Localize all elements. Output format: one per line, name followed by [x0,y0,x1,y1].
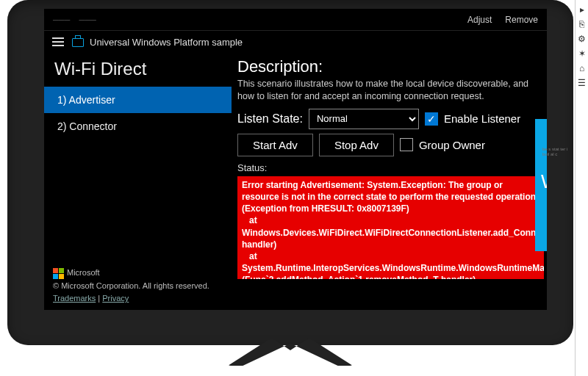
side-note-text: be s stat ter i buil al c [542,147,572,157]
titlebar: Universal Windows Platform sample [44,31,547,53]
trademarks-link[interactable]: Trademarks [53,294,96,303]
gutter-icon[interactable]: ⌂ [576,63,588,73]
content-pane: Description: This scenario illustrates h… [232,53,547,310]
enable-listener-label: Enable Listener [444,112,520,125]
sidebar: Wi-Fi Direct 1) Advertiser 2) Connector … [44,53,232,310]
stop-adv-button[interactable]: Stop Adv [319,134,394,156]
topbar-left: ────── [53,15,96,24]
gutter-icon[interactable]: ☰ [576,78,588,88]
gutter-icon[interactable]: ▸ [576,4,588,15]
sidebar-item-connector[interactable]: 2) Connector [44,113,232,140]
side-banner: W [535,119,547,251]
listen-state-select[interactable]: Normal [309,109,419,129]
hamburger-icon[interactable] [50,34,66,50]
page-title: Wi-Fi Direct [44,56,232,87]
description-heading: Description: [237,57,544,76]
app-body: Wi-Fi Direct 1) Advertiser 2) Connector … [44,53,547,310]
app-screen: ────── Adjust Remove Universal Windows P… [44,9,547,310]
privacy-link[interactable]: Privacy [102,294,129,303]
gutter-icon[interactable]: ✶ [576,48,588,59]
microsoft-logo: Microsoft [53,267,209,280]
listen-state-label: Listen State: [237,112,303,126]
enable-listener-checkbox[interactable]: ✓ [425,112,438,126]
status-label: Status: [237,162,544,173]
window-topbar: ────── Adjust Remove [44,9,547,31]
remove-button[interactable]: Remove [505,15,538,25]
app-title: Universal Windows Platform sample [90,37,243,48]
start-adv-button[interactable]: Start Adv [237,134,313,156]
buttons-row: Start Adv Stop Adv Group Owner [237,134,544,156]
device-frame: ────── Adjust Remove Universal Windows P… [7,0,573,345]
status-error-text: Error starting Advertisement: System.Exc… [237,176,544,279]
description-text: This scenario illustrates how to make th… [237,78,544,103]
side-banner-letter: W [541,170,547,193]
group-owner-label: Group Owner [419,139,485,151]
listen-row: Listen State: Normal ✓ Enable Listener [237,109,544,129]
adjust-button[interactable]: Adjust [467,15,492,25]
copyright-text: © Microsoft Corporation. All rights rese… [53,280,209,293]
gutter-icon[interactable]: ⚙ [576,34,588,44]
browser-gutter: ▸ ⎘ ⚙ ✶ ⌂ ☰ [575,0,588,376]
sidebar-footer: Microsoft © Microsoft Corporation. All r… [53,267,209,306]
briefcase-icon [72,38,84,47]
sidebar-item-advertiser[interactable]: 1) Advertiser [44,87,232,113]
gutter-icon[interactable]: ⎘ [576,19,588,29]
group-owner-checkbox[interactable] [400,138,413,151]
